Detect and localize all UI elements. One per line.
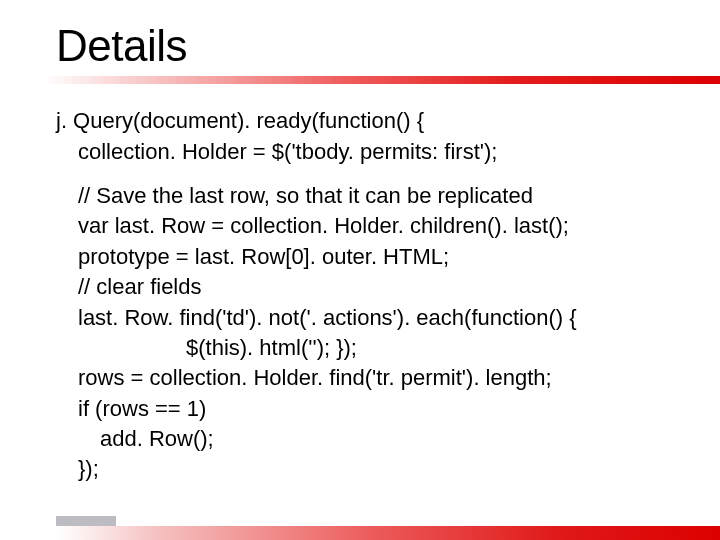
title-underline: [0, 76, 720, 84]
code-line: j. Query(document). ready(function() {: [56, 106, 664, 136]
title-bar: Details: [0, 0, 720, 70]
footer-marker: [56, 516, 116, 526]
slide-title: Details: [0, 22, 720, 70]
code-line: if (rows == 1): [56, 394, 664, 424]
code-block: j. Query(document). ready(function() { c…: [0, 70, 720, 484]
code-line: last. Row. find('td'). not('. actions').…: [56, 303, 664, 333]
code-line: rows = collection. Holder. find('tr. per…: [56, 363, 664, 393]
code-line: add. Row();: [56, 424, 664, 454]
code-line: collection. Holder = $('tbody. permits: …: [56, 137, 664, 167]
code-line: var last. Row = collection. Holder. chil…: [56, 211, 664, 241]
code-line: $(this). html(''); });: [56, 333, 664, 363]
code-comment: // clear fields: [56, 272, 664, 302]
footer-gradient: [0, 526, 720, 540]
code-comment: // Save the last row, so that it can be …: [56, 181, 664, 211]
code-line: prototype = last. Row[0]. outer. HTML;: [56, 242, 664, 272]
code-line: });: [56, 454, 664, 484]
